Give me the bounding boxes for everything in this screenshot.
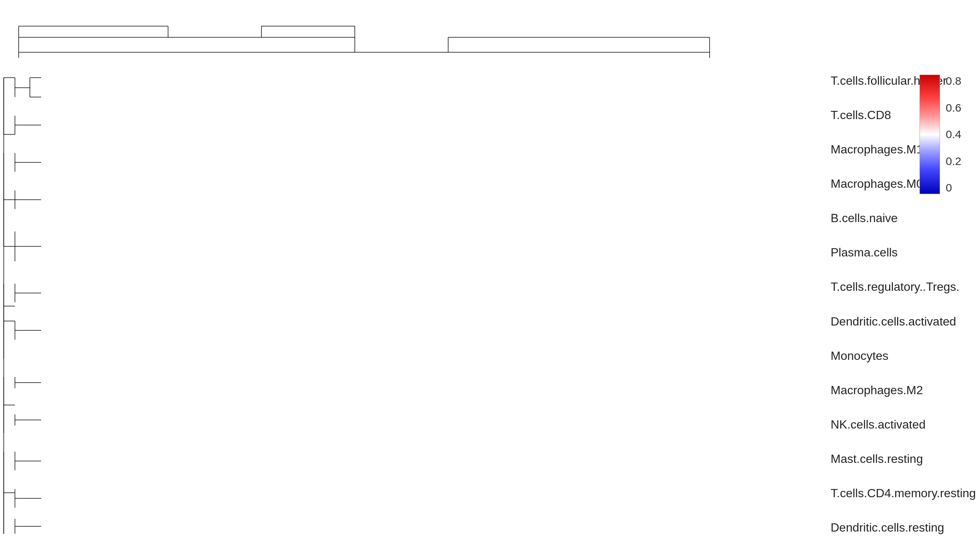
label-dendritic-resting: Dendritic.cells.resting [830, 521, 980, 535]
top-dendrogram-svg [0, 0, 823, 60]
label-dendritic-activated: Dendritic.cells.activated [830, 315, 980, 329]
label-nk-cells: NK.cells.activated [830, 418, 980, 432]
legend-label-0: 0 [946, 181, 961, 194]
heatmap-canvas [49, 60, 823, 545]
legend-label-06: 0.6 [946, 102, 961, 114]
top-dendrogram [0, 0, 823, 60]
heatmap-area [49, 60, 823, 545]
right-section: T.cells.follicular.helper T.cells.CD8 Ma… [823, 0, 980, 545]
label-t-cells-cd4: T.cells.CD4.memory.resting [830, 486, 980, 500]
label-t-cells-regulatory: T.cells.regulatory..Tregs. [830, 280, 980, 294]
legend-labels: 0.8 0.6 0.4 0.2 0 [946, 75, 961, 194]
heatmap-row-area [0, 60, 823, 545]
legend-gradient [920, 75, 940, 194]
main-container: T.cells.follicular.helper T.cells.CD8 Ma… [0, 0, 980, 545]
label-b-cells-naive: B.cells.naive [830, 211, 980, 225]
left-section [0, 0, 823, 545]
legend-label-04: 0.4 [946, 128, 961, 141]
label-plasma-cells: Plasma.cells [830, 246, 980, 259]
legend-container: 0.8 0.6 0.4 0.2 0 [920, 75, 961, 194]
top-spacer [830, 0, 980, 60]
row-dendrogram-svg [0, 60, 49, 545]
label-monocytes: Monocytes [830, 349, 980, 363]
legend-label-08: 0.8 [946, 75, 961, 87]
label-macrophages-m2: Macrophages.M2 [830, 383, 980, 397]
legend-label-02: 0.2 [946, 155, 961, 168]
row-dendrogram [0, 60, 49, 545]
label-mast-cells: Mast.cells.resting [830, 452, 980, 466]
